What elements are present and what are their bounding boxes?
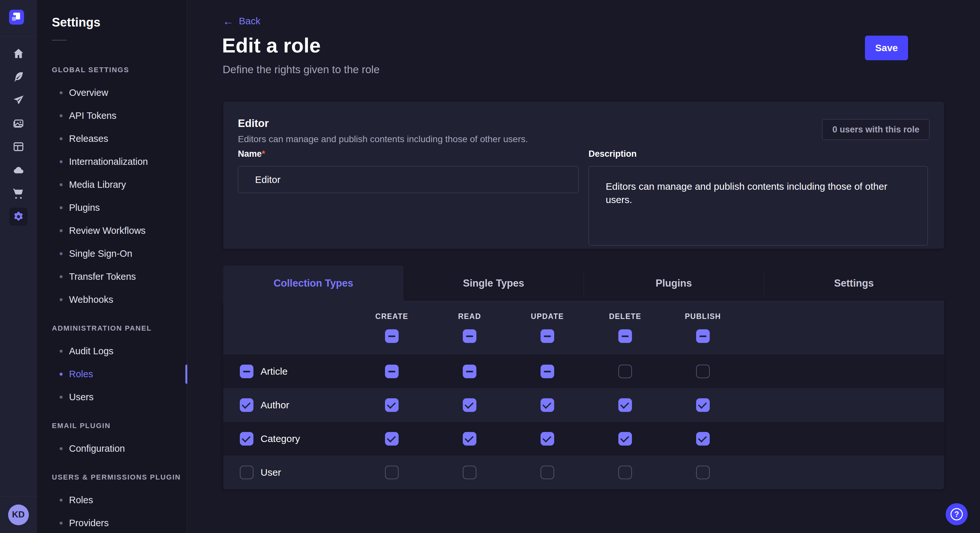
select-all-cell (664, 329, 742, 343)
subnav-item-audit-logs[interactable]: Audit Logs (37, 339, 187, 363)
subnav-item-label: Users (69, 392, 94, 403)
article-publish-checkbox[interactable] (696, 365, 710, 378)
table-row-author: Author (223, 388, 944, 422)
subnav-section-label: ADMINISTRATION PANEL (37, 324, 187, 333)
user-delete-checkbox[interactable] (618, 466, 632, 479)
author-create-checkbox[interactable] (385, 398, 399, 412)
main-content: ← Back Edit a role Define the rights giv… (188, 0, 980, 533)
column-header-update: UPDATE (509, 312, 586, 321)
permission-cell (509, 466, 586, 479)
subnav-item-label: Transfer Tokens (69, 271, 136, 282)
name-input[interactable] (238, 166, 579, 193)
article-read-checkbox[interactable] (463, 365, 476, 378)
strapi-logo[interactable] (9, 10, 24, 25)
row-label: Article (261, 366, 288, 377)
user-create-checkbox[interactable] (385, 466, 399, 479)
description-textarea[interactable]: Editors can manage and publish contents … (589, 166, 928, 246)
subnav-item-roles[interactable]: Roles (37, 489, 187, 512)
nav-item-releases[interactable] (10, 91, 27, 109)
author-update-checkbox[interactable] (541, 398, 554, 412)
tab-plugins[interactable]: Plugins (584, 265, 764, 301)
tab-single-types[interactable]: Single Types (404, 265, 584, 301)
subnav-item-label: Audit Logs (69, 346, 113, 357)
column-header-delete: DELETE (586, 312, 664, 321)
permission-cell (431, 432, 509, 446)
subnav-item-media-library[interactable]: Media Library (37, 173, 187, 196)
subnav-item-users[interactable]: Users (37, 385, 187, 409)
nav-item-deploy[interactable] (10, 161, 27, 179)
role-details-card: Editor Editors can manage and publish co… (223, 102, 944, 249)
subnav-item-label: Plugins (69, 202, 100, 213)
subnav-item-single-sign-on[interactable]: Single Sign-On (37, 242, 187, 265)
category-publish-checkbox[interactable] (696, 432, 710, 446)
user-row-checkbox[interactable] (240, 466, 253, 479)
select-all-delete-checkbox[interactable] (618, 329, 632, 343)
category-create-checkbox[interactable] (385, 432, 399, 446)
category-update-checkbox[interactable] (541, 432, 554, 446)
subnav-item-transfer-tokens[interactable]: Transfer Tokens (37, 265, 187, 288)
subnav-item-providers[interactable]: Providers (37, 512, 187, 533)
bullet-icon (60, 114, 62, 117)
nav-item-marketplace[interactable] (10, 184, 27, 202)
column-header-create: CREATE (353, 312, 431, 321)
subnav-item-roles[interactable]: Roles (37, 363, 187, 385)
permissions-panel: Collection TypesSingle TypesPluginsSetti… (223, 265, 944, 489)
save-button[interactable]: Save (865, 36, 908, 60)
category-delete-checkbox[interactable] (618, 432, 632, 446)
nav-item-settings[interactable] (10, 208, 27, 226)
avatar[interactable]: KD (8, 504, 29, 525)
author-delete-checkbox[interactable] (618, 398, 632, 412)
subnav-item-internationalization[interactable]: Internationalization (37, 150, 187, 173)
help-button[interactable]: ? (946, 503, 968, 525)
nav-rail-footer: KD (0, 496, 37, 533)
select-all-publish-checkbox[interactable] (696, 329, 710, 343)
subnav-item-label: Roles (69, 495, 93, 506)
category-read-checkbox[interactable] (463, 432, 476, 446)
category-row-checkbox[interactable] (240, 432, 253, 446)
subnav-item-review-workflows[interactable]: Review Workflows (37, 219, 187, 242)
select-all-create-checkbox[interactable] (385, 329, 399, 343)
bullet-icon (60, 447, 62, 450)
article-create-checkbox[interactable] (385, 365, 399, 378)
nav-item-home[interactable] (10, 44, 27, 62)
author-read-checkbox[interactable] (463, 398, 476, 412)
subnav-title-rule (52, 40, 67, 40)
user-publish-checkbox[interactable] (696, 466, 710, 479)
bullet-icon (60, 137, 62, 140)
article-row-checkbox[interactable] (240, 365, 253, 378)
subnav-item-api-tokens[interactable]: API Tokens (37, 104, 187, 127)
user-read-checkbox[interactable] (463, 466, 476, 479)
row-head-cell: User (223, 466, 353, 479)
tab-collection-types[interactable]: Collection Types (223, 265, 404, 301)
subnav-item-configuration[interactable]: Configuration (37, 437, 187, 460)
article-update-checkbox[interactable] (541, 365, 554, 378)
nav-item-content-type-builder[interactable] (10, 138, 27, 156)
tab-settings[interactable]: Settings (764, 265, 944, 301)
subnav-section-label: GLOBAL SETTINGS (37, 66, 187, 74)
subnav-item-webhooks[interactable]: Webhooks (37, 288, 187, 311)
nav-item-media-library[interactable] (10, 114, 27, 132)
settings-subnav: Settings GLOBAL SETTINGSOverviewAPI Toke… (37, 0, 187, 533)
permissions-table: CREATEREADUPDATEDELETEPUBLISH ArticleAut… (223, 301, 944, 489)
subnav-item-releases[interactable]: Releases (37, 127, 187, 150)
back-link[interactable]: ← Back (223, 16, 261, 27)
select-all-update-checkbox[interactable] (541, 329, 554, 343)
author-row-checkbox[interactable] (240, 398, 253, 412)
permissions-tabs: Collection TypesSingle TypesPluginsSetti… (223, 265, 944, 301)
nav-item-content-manager[interactable] (10, 68, 27, 86)
question-mark-icon: ? (950, 508, 963, 520)
subnav-item-label: Overview (69, 87, 108, 98)
table-row-article: Article (223, 355, 944, 388)
select-all-read-checkbox[interactable] (463, 329, 476, 343)
permission-cell (353, 365, 431, 378)
subnav-item-label: Releases (69, 133, 108, 144)
article-delete-checkbox[interactable] (618, 365, 632, 378)
bullet-icon (60, 252, 62, 255)
settings-icon (12, 211, 25, 223)
user-update-checkbox[interactable] (541, 466, 554, 479)
subnav-item-plugins[interactable]: Plugins (37, 196, 187, 219)
subnav-item-overview[interactable]: Overview (37, 81, 187, 104)
author-publish-checkbox[interactable] (696, 398, 710, 412)
users-with-role-badge[interactable]: 0 users with this role (822, 119, 929, 140)
permissions-header-row: CREATEREADUPDATEDELETEPUBLISH (223, 301, 944, 355)
